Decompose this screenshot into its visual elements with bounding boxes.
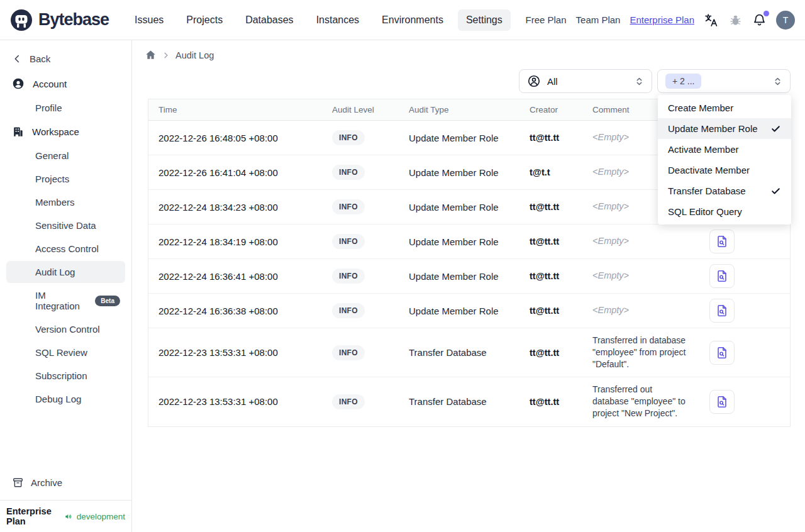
menu-item-transfer-database[interactable]: Transfer Database: [658, 180, 791, 201]
beta-badge: Beta: [95, 296, 120, 306]
nav-item-databases[interactable]: Databases: [237, 9, 302, 31]
audit-type: Transfer Database: [399, 377, 519, 426]
view-detail-button[interactable]: [709, 264, 735, 288]
view-detail-button[interactable]: [709, 341, 735, 365]
audit-type-dropdown-menu: Create Member Update Member Role Activat…: [658, 95, 791, 224]
audit-level-badge: INFO: [332, 303, 365, 318]
sidebar-item-archive[interactable]: Archive: [0, 470, 131, 495]
menu-item-activate-member[interactable]: Activate Member: [658, 139, 791, 160]
notifications-bell-icon[interactable]: [752, 13, 767, 27]
audit-time: 2022-12-24 18:34:19 +08:00: [148, 224, 322, 259]
bytebase-logo-icon: [10, 9, 33, 31]
chevron-left-icon: [12, 53, 23, 64]
account-icon: [12, 77, 25, 90]
sidebar-item-subscription[interactable]: Subscription: [6, 365, 125, 387]
nav-item-environments[interactable]: Environments: [374, 9, 452, 31]
nav-item-settings[interactable]: Settings: [458, 9, 511, 31]
audit-time: 2022-12-23 13:53:31 +08:00: [148, 328, 322, 377]
main-nav-links: Issues Projects Databases Instances Envi…: [126, 9, 511, 31]
sidebar-item-members[interactable]: Members: [6, 191, 125, 213]
workspace-section-title: Workspace: [32, 126, 79, 137]
view-detail-button[interactable]: [709, 299, 735, 323]
sidebar-item-profile[interactable]: Profile: [6, 97, 125, 119]
speaker-icon: [64, 511, 73, 522]
back-label: Back: [30, 53, 50, 64]
audit-level-badge: INFO: [332, 199, 365, 214]
breadcrumb-current: Audit Log: [175, 50, 214, 60]
menu-item-create-member[interactable]: Create Member: [658, 97, 791, 118]
sidebar-item-sql-review[interactable]: SQL Review: [6, 341, 125, 363]
creator-filter-select[interactable]: All: [519, 69, 652, 93]
back-button[interactable]: Back: [0, 47, 131, 71]
sidebar-item-debug-log[interactable]: Debug Log: [6, 388, 125, 410]
menu-item-sql-editor-query[interactable]: SQL Editor Query: [658, 201, 791, 222]
sidebar-item-audit-log[interactable]: Audit Log: [6, 261, 125, 283]
user-avatar[interactable]: T: [776, 11, 795, 30]
environment-label: development: [77, 512, 125, 521]
nav-item-projects[interactable]: Projects: [178, 9, 231, 31]
enterprise-plan-link[interactable]: Enterprise Plan: [630, 14, 694, 25]
audit-time: 2022-12-24 18:34:23 +08:00: [148, 190, 322, 224]
bug-report-icon[interactable]: [728, 13, 743, 27]
audit-comment: Transferred out database "employee" to p…: [582, 377, 699, 426]
nav-item-issues[interactable]: Issues: [126, 9, 172, 31]
audit-creator: t@t.t: [519, 155, 582, 190]
audit-creator: tt@tt.tt: [519, 377, 582, 426]
view-detail-button[interactable]: [709, 230, 735, 253]
audit-time: 2022-12-24 16:36:38 +08:00: [148, 294, 322, 328]
audit-creator: tt@tt.tt: [519, 259, 582, 294]
table-row: 2022-12-24 16:36:38 +08:00 INFO Update M…: [148, 294, 790, 328]
sidebar-item-general[interactable]: General: [6, 145, 125, 167]
check-icon: [770, 186, 781, 196]
nav-item-instances[interactable]: Instances: [308, 9, 367, 31]
audit-type: Update Member Role: [399, 155, 519, 190]
sidebar-item-projects[interactable]: Projects: [6, 168, 125, 190]
audit-comment: <Empty>: [582, 259, 699, 294]
table-row: 2022-12-24 18:34:19 +08:00 INFO Update M…: [148, 224, 790, 259]
menu-item-deactivate-member[interactable]: Deactivate Member: [658, 160, 791, 180]
audit-level-badge: INFO: [332, 394, 365, 409]
audit-creator: tt@tt.tt: [519, 190, 582, 224]
file-search-icon: [715, 395, 729, 409]
audit-creator: tt@tt.tt: [519, 121, 582, 155]
free-plan-link[interactable]: Free Plan: [526, 14, 567, 25]
audit-type: Update Member Role: [399, 224, 519, 259]
sidebar-section-workspace: Workspace: [0, 119, 131, 144]
breadcrumb: Audit Log: [132, 40, 805, 64]
column-header-creator: Creator: [519, 99, 582, 121]
breadcrumb-chevron-icon: [162, 52, 170, 59]
column-header-audit-level: Audit Level: [322, 99, 399, 121]
menu-item-update-member-role[interactable]: Update Member Role: [658, 118, 791, 139]
column-header-audit-type: Audit Type: [399, 99, 519, 121]
audit-creator: tt@tt.tt: [519, 224, 582, 259]
audit-comment: <Empty>: [582, 224, 699, 259]
chevron-updown-icon: [635, 77, 644, 86]
sidebar-footer: Enterprise Plan development: [0, 500, 131, 532]
sidebar-item-sensitive-data[interactable]: Sensitive Data: [6, 214, 125, 236]
brand-name: Bytebase: [38, 10, 109, 30]
sidebar-item-access-control[interactable]: Access Control: [6, 238, 125, 260]
team-plan-link[interactable]: Team Plan: [576, 14, 621, 25]
translate-icon[interactable]: [704, 13, 719, 28]
audit-time: 2022-12-23 13:53:31 +08:00: [148, 377, 322, 426]
audit-creator: tt@tt.tt: [519, 328, 582, 377]
view-detail-button[interactable]: [709, 390, 735, 414]
bytebase-logo[interactable]: Bytebase: [10, 9, 109, 31]
home-icon[interactable]: [145, 49, 157, 61]
audit-type: Update Member Role: [399, 294, 519, 328]
audit-type-filter-select[interactable]: + 2 ... Create Member Update Member Role: [657, 69, 791, 93]
table-row: 2022-12-24 16:36:41 +08:00 INFO Update M…: [148, 259, 790, 294]
notification-dot: [763, 11, 769, 16]
sidebar-item-version-control[interactable]: Version Control: [6, 318, 125, 340]
top-navigation: Bytebase Issues Projects Databases Insta…: [0, 0, 805, 40]
audit-time: 2022-12-26 16:41:04 +08:00: [148, 155, 322, 190]
archive-label: Archive: [31, 477, 62, 488]
audit-time: 2022-12-24 16:36:41 +08:00: [148, 259, 322, 294]
account-section-title: Account: [33, 79, 67, 89]
table-row: 2022-12-23 13:53:31 +08:00 INFO Transfer…: [148, 377, 790, 426]
filter-toolbar: All + 2 ... Create Member Update Member …: [132, 64, 805, 99]
sidebar-item-im-integration[interactable]: IM Integration Beta: [6, 284, 125, 317]
nav-right-section: Free Plan Team Plan Enterprise Plan T: [526, 11, 795, 30]
file-search-icon: [715, 235, 729, 248]
sidebar-section-account: Account: [0, 71, 131, 96]
